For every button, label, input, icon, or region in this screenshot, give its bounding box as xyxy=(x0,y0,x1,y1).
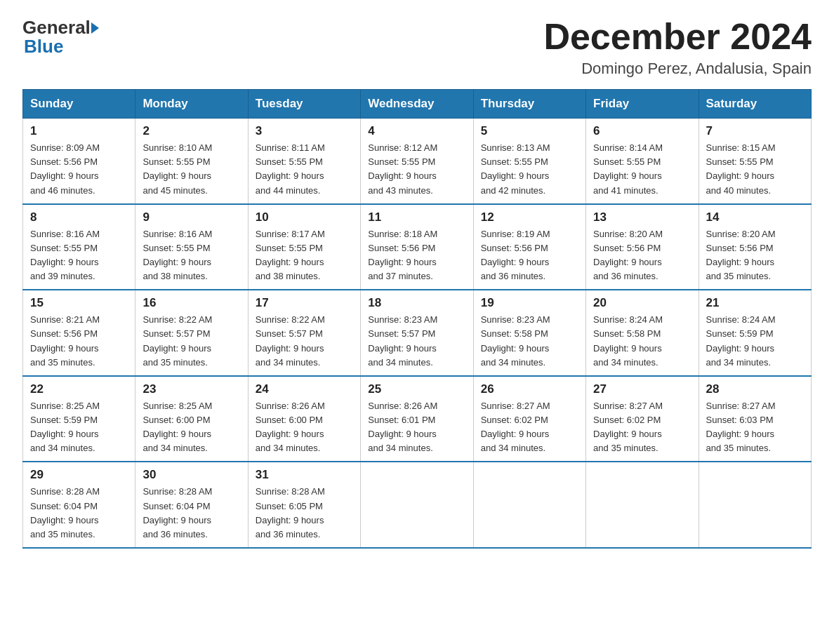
day-number: 6 xyxy=(593,124,691,138)
day-info: Sunrise: 8:20 AMSunset: 5:56 PMDaylight:… xyxy=(593,227,691,284)
table-row: 15Sunrise: 8:21 AMSunset: 5:56 PMDayligh… xyxy=(23,290,135,376)
table-row: 31Sunrise: 8:28 AMSunset: 6:05 PMDayligh… xyxy=(248,462,360,548)
table-row: 21Sunrise: 8:24 AMSunset: 5:59 PMDayligh… xyxy=(699,290,811,376)
table-row xyxy=(361,462,473,548)
table-row: 14Sunrise: 8:20 AMSunset: 5:56 PMDayligh… xyxy=(699,204,811,290)
day-info: Sunrise: 8:28 AMSunset: 6:04 PMDaylight:… xyxy=(30,485,128,542)
day-info: Sunrise: 8:20 AMSunset: 5:56 PMDaylight:… xyxy=(706,227,804,284)
calendar-week-row: 1Sunrise: 8:09 AMSunset: 5:56 PMDaylight… xyxy=(23,119,812,204)
day-number: 16 xyxy=(143,296,240,310)
table-row: 22Sunrise: 8:25 AMSunset: 5:59 PMDayligh… xyxy=(23,376,135,462)
day-info: Sunrise: 8:26 AMSunset: 6:01 PMDaylight:… xyxy=(368,399,465,456)
day-number: 25 xyxy=(368,382,465,396)
day-info: Sunrise: 8:28 AMSunset: 6:05 PMDaylight:… xyxy=(256,485,353,542)
table-row: 1Sunrise: 8:09 AMSunset: 5:56 PMDaylight… xyxy=(23,119,135,204)
day-number: 20 xyxy=(593,296,691,310)
table-row: 28Sunrise: 8:27 AMSunset: 6:03 PMDayligh… xyxy=(699,376,811,462)
table-row xyxy=(473,462,585,548)
day-number: 2 xyxy=(143,124,240,138)
calendar-week-row: 8Sunrise: 8:16 AMSunset: 5:55 PMDaylight… xyxy=(23,204,812,290)
calendar-week-row: 29Sunrise: 8:28 AMSunset: 6:04 PMDayligh… xyxy=(23,462,812,548)
day-number: 26 xyxy=(481,382,578,396)
col-wednesday: Wednesday xyxy=(361,90,473,119)
day-info: Sunrise: 8:10 AMSunset: 5:55 PMDaylight:… xyxy=(143,141,240,198)
day-number: 3 xyxy=(256,124,353,138)
table-row: 5Sunrise: 8:13 AMSunset: 5:55 PMDaylight… xyxy=(473,119,585,204)
day-info: Sunrise: 8:21 AMSunset: 5:56 PMDaylight:… xyxy=(30,313,128,370)
day-number: 9 xyxy=(143,210,240,224)
table-row: 29Sunrise: 8:28 AMSunset: 6:04 PMDayligh… xyxy=(23,462,135,548)
day-number: 1 xyxy=(30,124,128,138)
day-info: Sunrise: 8:15 AMSunset: 5:55 PMDaylight:… xyxy=(706,141,804,198)
day-info: Sunrise: 8:25 AMSunset: 5:59 PMDaylight:… xyxy=(30,399,128,456)
day-number: 8 xyxy=(30,210,128,224)
table-row: 11Sunrise: 8:18 AMSunset: 5:56 PMDayligh… xyxy=(361,204,473,290)
day-number: 29 xyxy=(30,468,128,482)
day-number: 13 xyxy=(593,210,691,224)
day-info: Sunrise: 8:26 AMSunset: 6:00 PMDaylight:… xyxy=(256,399,353,456)
day-number: 17 xyxy=(256,296,353,310)
table-row: 17Sunrise: 8:22 AMSunset: 5:57 PMDayligh… xyxy=(248,290,360,376)
table-row: 24Sunrise: 8:26 AMSunset: 6:00 PMDayligh… xyxy=(248,376,360,462)
day-number: 18 xyxy=(368,296,465,310)
day-info: Sunrise: 8:23 AMSunset: 5:57 PMDaylight:… xyxy=(368,313,465,370)
col-friday: Friday xyxy=(586,90,699,119)
table-row: 7Sunrise: 8:15 AMSunset: 5:55 PMDaylight… xyxy=(699,119,811,204)
table-row: 2Sunrise: 8:10 AMSunset: 5:55 PMDaylight… xyxy=(135,119,248,204)
day-number: 10 xyxy=(256,210,353,224)
day-number: 28 xyxy=(706,382,804,396)
calendar-week-row: 15Sunrise: 8:21 AMSunset: 5:56 PMDayligh… xyxy=(23,290,812,376)
calendar-subtitle: Domingo Perez, Andalusia, Spain xyxy=(543,60,812,78)
day-number: 23 xyxy=(143,382,240,396)
day-number: 5 xyxy=(481,124,578,138)
day-info: Sunrise: 8:24 AMSunset: 5:59 PMDaylight:… xyxy=(706,313,804,370)
day-info: Sunrise: 8:19 AMSunset: 5:56 PMDaylight:… xyxy=(481,227,578,284)
day-number: 21 xyxy=(706,296,804,310)
calendar-header-row: Sunday Monday Tuesday Wednesday Thursday… xyxy=(23,90,812,119)
table-row: 6Sunrise: 8:14 AMSunset: 5:55 PMDaylight… xyxy=(586,119,699,204)
day-number: 4 xyxy=(368,124,465,138)
table-row: 16Sunrise: 8:22 AMSunset: 5:57 PMDayligh… xyxy=(135,290,248,376)
day-number: 24 xyxy=(256,382,353,396)
col-thursday: Thursday xyxy=(473,90,585,119)
day-number: 30 xyxy=(143,468,240,482)
day-number: 22 xyxy=(30,382,128,396)
col-saturday: Saturday xyxy=(699,90,811,119)
table-row: 23Sunrise: 8:25 AMSunset: 6:00 PMDayligh… xyxy=(135,376,248,462)
day-number: 11 xyxy=(368,210,465,224)
logo-blue-text: Blue xyxy=(22,36,63,58)
col-monday: Monday xyxy=(135,90,248,119)
page-header: General Blue December 2024 Domingo Perez… xyxy=(22,17,812,78)
table-row: 13Sunrise: 8:20 AMSunset: 5:56 PMDayligh… xyxy=(586,204,699,290)
table-row: 8Sunrise: 8:16 AMSunset: 5:55 PMDaylight… xyxy=(23,204,135,290)
day-info: Sunrise: 8:13 AMSunset: 5:55 PMDaylight:… xyxy=(481,141,578,198)
day-number: 7 xyxy=(706,124,804,138)
day-info: Sunrise: 8:09 AMSunset: 5:56 PMDaylight:… xyxy=(30,141,128,198)
day-info: Sunrise: 8:22 AMSunset: 5:57 PMDaylight:… xyxy=(143,313,240,370)
day-info: Sunrise: 8:16 AMSunset: 5:55 PMDaylight:… xyxy=(30,227,128,284)
table-row: 26Sunrise: 8:27 AMSunset: 6:02 PMDayligh… xyxy=(473,376,585,462)
calendar-week-row: 22Sunrise: 8:25 AMSunset: 5:59 PMDayligh… xyxy=(23,376,812,462)
col-sunday: Sunday xyxy=(23,90,135,119)
calendar-table: Sunday Monday Tuesday Wednesday Thursday… xyxy=(22,89,812,549)
table-row: 25Sunrise: 8:26 AMSunset: 6:01 PMDayligh… xyxy=(361,376,473,462)
day-number: 27 xyxy=(593,382,691,396)
day-info: Sunrise: 8:27 AMSunset: 6:02 PMDaylight:… xyxy=(593,399,691,456)
day-info: Sunrise: 8:22 AMSunset: 5:57 PMDaylight:… xyxy=(256,313,353,370)
day-info: Sunrise: 8:16 AMSunset: 5:55 PMDaylight:… xyxy=(143,227,240,284)
day-info: Sunrise: 8:28 AMSunset: 6:04 PMDaylight:… xyxy=(143,485,240,542)
table-row: 10Sunrise: 8:17 AMSunset: 5:55 PMDayligh… xyxy=(248,204,360,290)
day-info: Sunrise: 8:25 AMSunset: 6:00 PMDaylight:… xyxy=(143,399,240,456)
day-info: Sunrise: 8:18 AMSunset: 5:56 PMDaylight:… xyxy=(368,227,465,284)
day-info: Sunrise: 8:17 AMSunset: 5:55 PMDaylight:… xyxy=(256,227,353,284)
table-row: 27Sunrise: 8:27 AMSunset: 6:02 PMDayligh… xyxy=(586,376,699,462)
table-row: 20Sunrise: 8:24 AMSunset: 5:58 PMDayligh… xyxy=(586,290,699,376)
title-block: December 2024 Domingo Perez, Andalusia, … xyxy=(543,17,812,78)
table-row xyxy=(586,462,699,548)
table-row: 19Sunrise: 8:23 AMSunset: 5:58 PMDayligh… xyxy=(473,290,585,376)
day-info: Sunrise: 8:24 AMSunset: 5:58 PMDaylight:… xyxy=(593,313,691,370)
table-row: 3Sunrise: 8:11 AMSunset: 5:55 PMDaylight… xyxy=(248,119,360,204)
day-number: 15 xyxy=(30,296,128,310)
day-info: Sunrise: 8:12 AMSunset: 5:55 PMDaylight:… xyxy=(368,141,465,198)
day-info: Sunrise: 8:27 AMSunset: 6:03 PMDaylight:… xyxy=(706,399,804,456)
